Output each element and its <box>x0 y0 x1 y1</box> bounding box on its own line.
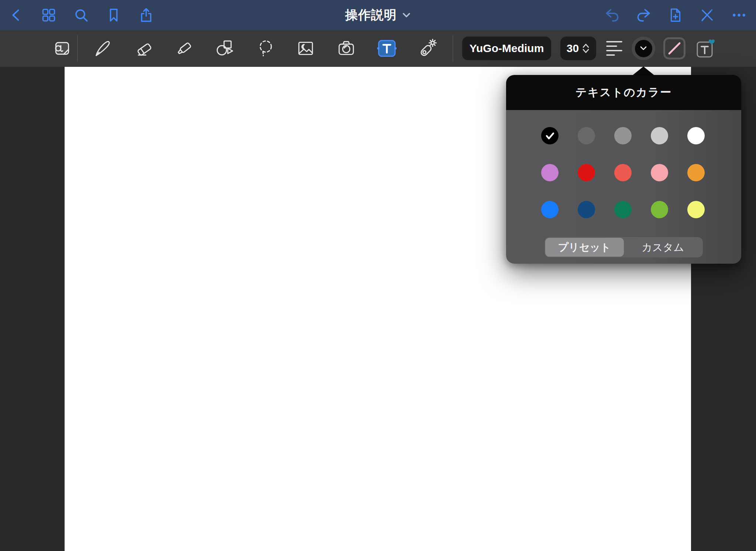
swatch-gray[interactable] <box>614 127 632 144</box>
checkmark-icon <box>545 132 555 140</box>
share-icon <box>138 7 155 24</box>
text-color-button[interactable] <box>632 37 655 60</box>
popover-arrow <box>632 66 655 76</box>
thumbnails-grid-icon <box>40 7 57 24</box>
popover-title: テキストのカラー <box>575 85 672 100</box>
swatch-orange[interactable] <box>687 164 705 181</box>
share-button[interactable] <box>136 5 157 25</box>
font-family-button[interactable]: YuGo-Medium <box>462 37 551 60</box>
text-tool-active-icon <box>377 38 397 59</box>
text-style-heart-icon <box>694 37 717 60</box>
segment-custom-label: カスタム <box>642 240 684 254</box>
more-options-button[interactable] <box>729 5 749 25</box>
swatch-navy[interactable] <box>578 201 595 218</box>
highlighter-icon <box>174 38 195 59</box>
back-button[interactable] <box>6 5 27 25</box>
preset-custom-segmented-control: プリセット カスタム <box>544 237 703 257</box>
font-size-value: 30 <box>567 42 579 55</box>
swatch-pink[interactable] <box>651 164 668 181</box>
redo-button[interactable] <box>633 5 654 25</box>
document-title-button[interactable]: 操作説明 <box>345 0 411 30</box>
tool-bar: YuGo-Medium 30 <box>0 30 756 67</box>
segment-custom[interactable]: カスタム <box>624 238 702 257</box>
chevron-down-icon <box>640 46 647 51</box>
camera-tool[interactable] <box>336 38 357 59</box>
popover-body: プリセット カスタム <box>506 110 741 264</box>
ellipsis-icon <box>731 7 748 24</box>
lasso-icon <box>255 38 276 59</box>
text-align-button[interactable] <box>604 38 625 59</box>
search-icon <box>73 7 90 24</box>
eraser-tool[interactable] <box>134 38 155 59</box>
swatch-blue[interactable] <box>541 201 559 218</box>
swatch-purple[interactable] <box>541 164 559 181</box>
nav-bar: 操作説明 <box>0 0 756 30</box>
back-chevron-icon <box>8 7 24 23</box>
text-box-border-button[interactable] <box>663 37 685 59</box>
laser-pointer-icon <box>417 38 437 59</box>
page-panel-tool[interactable] <box>52 38 72 59</box>
page-panel-icon <box>52 39 72 58</box>
toolbar-divider <box>77 35 78 62</box>
nav-right-group <box>602 0 749 30</box>
font-size-stepper[interactable]: 30 <box>560 37 596 60</box>
add-page-icon <box>667 7 684 24</box>
search-button[interactable] <box>71 5 92 25</box>
redo-icon <box>635 7 652 24</box>
swatch-green[interactable] <box>614 201 632 218</box>
text-tool[interactable] <box>377 38 397 59</box>
stepper-chevrons-icon <box>582 43 590 54</box>
swatch-lime[interactable] <box>651 201 668 218</box>
chevron-down-icon <box>402 11 411 19</box>
highlighter-tool[interactable] <box>174 38 195 59</box>
text-color-popover: テキストのカラー プリセット カスタム <box>506 75 741 264</box>
bookmark-icon <box>106 7 122 23</box>
swatch-grid <box>506 127 741 218</box>
favorite-text-style-button[interactable] <box>694 37 717 60</box>
lasso-tool[interactable] <box>255 38 276 59</box>
stroke-none-slash-icon <box>667 41 682 56</box>
pen-slash-icon <box>699 7 716 24</box>
disable-pen-button[interactable] <box>697 5 718 25</box>
undo-icon <box>604 7 621 24</box>
undo-button[interactable] <box>602 5 622 25</box>
bookmark-button[interactable] <box>103 5 124 25</box>
swatch-white[interactable] <box>687 127 705 144</box>
camera-icon <box>336 38 356 58</box>
current-color-swatch <box>635 40 652 57</box>
segment-preset[interactable]: プリセット <box>545 238 624 257</box>
image-tool[interactable] <box>295 38 316 59</box>
page-title: 操作説明 <box>345 7 397 24</box>
nav-left-group <box>6 0 157 30</box>
popover-header: テキストのカラー <box>506 75 741 110</box>
toolbar-divider <box>453 35 453 62</box>
pen-tool[interactable] <box>92 38 113 59</box>
align-left-icon <box>605 40 624 57</box>
swatch-yellow[interactable] <box>687 201 705 218</box>
shapes-tool[interactable] <box>214 38 235 59</box>
shapes-icon <box>214 38 235 59</box>
swatch-light-gray[interactable] <box>651 127 668 144</box>
swatch-red[interactable] <box>578 164 595 181</box>
font-family-label: YuGo-Medium <box>470 42 544 55</box>
laser-pointer-tool[interactable] <box>417 38 437 59</box>
image-icon <box>296 38 316 58</box>
swatch-black[interactable] <box>541 127 559 144</box>
segment-preset-label: プリセット <box>558 240 611 254</box>
pen-icon <box>92 38 112 58</box>
add-page-button[interactable] <box>665 5 686 25</box>
swatch-dark-gray[interactable] <box>578 127 595 144</box>
swatch-coral[interactable] <box>614 164 632 181</box>
eraser-icon <box>134 38 155 59</box>
page-thumbnails-button[interactable] <box>38 5 59 25</box>
